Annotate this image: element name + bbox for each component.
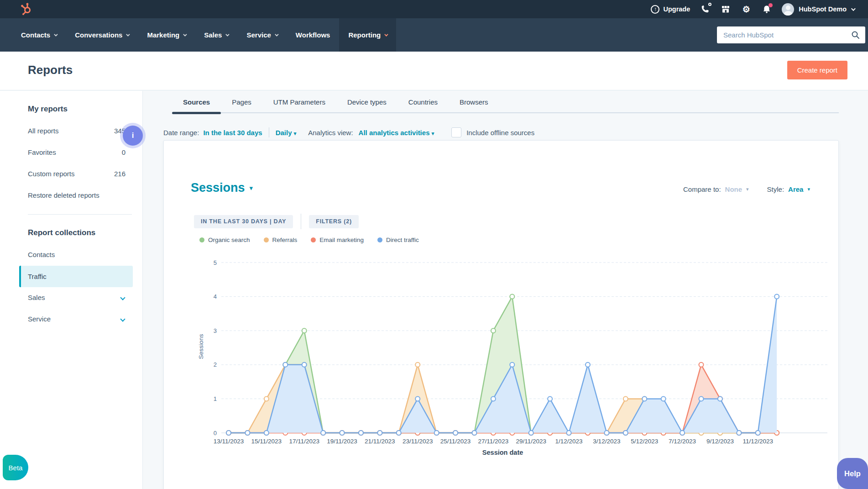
calling-status-dot [708, 3, 711, 6]
nav-item-marketing[interactable]: Marketing [138, 18, 195, 52]
marketplace-icon[interactable] [720, 4, 731, 15]
svg-text:2: 2 [214, 361, 217, 368]
svg-text:7/12/2023: 7/12/2023 [669, 438, 696, 445]
nav-label: Reporting [348, 31, 381, 39]
tab-label: Browsers [460, 98, 488, 106]
sidebar-item-label: Contacts [28, 251, 55, 258]
report-title-dropdown[interactable]: Sessions [191, 181, 245, 195]
include-offline-sources-checkbox[interactable] [451, 127, 461, 137]
legend-item-email-marketing[interactable]: Email marketing [311, 237, 364, 243]
sidebar-item-favorites[interactable]: Favorites 0 [0, 142, 142, 163]
legend-label: Email marketing [319, 237, 364, 243]
sidebar-item-label: Restore deleted reports [28, 191, 99, 199]
create-report-button[interactable]: Create report [787, 61, 847, 79]
svg-text:3: 3 [214, 327, 217, 334]
chart-options-row: Compare to: None ▾ Style: Area ▾ [683, 185, 810, 193]
frequency-dropdown[interactable]: Daily ▾ [276, 129, 297, 137]
favorites-count: 0 [122, 148, 125, 156]
svg-text:0: 0 [214, 430, 217, 436]
svg-text:27/11/2023: 27/11/2023 [478, 438, 509, 445]
caret-down-icon: ▾ [294, 131, 297, 136]
svg-text:1: 1 [214, 395, 217, 402]
report-filter-badges: IN THE LAST 30 DAYS | DAY FILTERS (2) [194, 214, 359, 229]
tab-sources[interactable]: Sources [172, 91, 221, 113]
caret-down-icon: ▾ [432, 131, 434, 136]
date-range-pill[interactable]: IN THE LAST 30 DAYS | DAY [194, 215, 293, 228]
legend-item-direct-traffic[interactable]: Direct traffic [377, 237, 419, 243]
sidebar-item-label: Sales [28, 294, 45, 301]
sidebar-item-collection-traffic[interactable]: Traffic [19, 266, 133, 287]
svg-text:21/11/2023: 21/11/2023 [365, 438, 395, 445]
compare-to-dropdown[interactable]: None [725, 185, 743, 193]
nav-item-workflows[interactable]: Workflows [287, 18, 340, 52]
nav-label: Workflows [296, 31, 330, 39]
date-range-value[interactable]: In the last 30 days [203, 129, 262, 137]
svg-text:15/11/2023: 15/11/2023 [251, 438, 282, 445]
sidebar-item-label: Service [28, 315, 51, 323]
tab-device-types[interactable]: Device types [336, 91, 397, 113]
sidebar-item-custom-reports[interactable]: Custom reports 216 [0, 163, 142, 184]
tab-countries[interactable]: Countries [397, 91, 449, 113]
chart-legend: Organic search Referrals Email marketing… [199, 237, 419, 243]
filters-pill[interactable]: FILTERS (2) [309, 215, 359, 228]
tab-label: Device types [347, 98, 387, 106]
date-range-label: Date range: [163, 129, 199, 137]
sidebar-item-collection-contacts[interactable]: Contacts [0, 244, 142, 265]
sidebar-divider [28, 214, 132, 215]
chevron-down-icon [275, 32, 278, 36]
tab-utm-parameters[interactable]: UTM Parameters [262, 91, 336, 113]
svg-text:5: 5 [214, 259, 217, 266]
nav-label: Sales [204, 31, 222, 39]
svg-text:1/12/2023: 1/12/2023 [555, 438, 583, 445]
analytics-view-dropdown[interactable]: All analytics activities ▾ [359, 129, 434, 137]
tab-browsers[interactable]: Browsers [449, 91, 499, 113]
sidebar-item-collection-sales[interactable]: Sales [0, 287, 142, 308]
info-badge[interactable]: i [123, 126, 143, 146]
chevron-down-icon [54, 32, 58, 36]
chevron-down-icon [120, 316, 125, 321]
search-input[interactable] [717, 31, 851, 39]
help-button[interactable]: Help [837, 458, 868, 489]
tab-pages[interactable]: Pages [221, 91, 262, 113]
legend-label: Organic search [208, 237, 250, 243]
pill-divider [301, 214, 301, 229]
reports-sidebar: My reports All reports 345 Favorites 0 C… [0, 91, 143, 489]
sidebar-item-restore-deleted-reports[interactable]: Restore deleted reports [0, 184, 142, 206]
notifications-icon[interactable] [761, 4, 772, 15]
svg-text:4: 4 [214, 293, 217, 300]
filter-row: Date range: In the last 30 days Daily ▾ … [163, 123, 534, 142]
calling-icon[interactable] [700, 4, 711, 15]
filter-divider [269, 127, 269, 137]
style-dropdown[interactable]: Area [788, 185, 803, 193]
sidebar-item-label: All reports [28, 127, 59, 135]
nav-item-reporting[interactable]: Reporting [339, 18, 396, 52]
analytics-view-value: All analytics activities [359, 129, 430, 137]
account-menu[interactable]: HubSpot Demo [782, 3, 854, 16]
legend-item-organic-search[interactable]: Organic search [199, 237, 250, 243]
svg-text:5/12/2023: 5/12/2023 [631, 438, 658, 445]
sidebar-item-label: Favorites [28, 148, 56, 156]
sidebar-item-all-reports[interactable]: All reports 345 [0, 120, 142, 142]
beta-badge[interactable]: Beta [3, 455, 28, 480]
caret-down-icon: ▾ [250, 184, 253, 191]
search-icon[interactable] [851, 31, 860, 39]
svg-text:13/11/2023: 13/11/2023 [214, 438, 244, 445]
style-label: Style: [767, 185, 784, 193]
upgrade-button[interactable]: ↑ Upgrade [651, 5, 690, 14]
nav-item-service[interactable]: Service [237, 18, 286, 52]
upgrade-icon: ↑ [651, 5, 659, 14]
chevron-down-icon [183, 32, 187, 36]
settings-icon[interactable]: ⚙ [741, 4, 752, 15]
hubspot-logo-icon[interactable] [20, 2, 34, 16]
nav-item-conversations[interactable]: Conversations [66, 18, 138, 52]
nav-item-sales[interactable]: Sales [195, 18, 237, 52]
sidebar-item-collection-service[interactable]: Service [0, 308, 142, 330]
nav-item-contacts[interactable]: Contacts [12, 18, 66, 52]
global-search [717, 26, 865, 43]
svg-text:29/11/2023: 29/11/2023 [516, 438, 546, 445]
my-reports-heading: My reports [28, 105, 142, 114]
compare-to-label: Compare to: [683, 185, 721, 193]
legend-dot [264, 237, 269, 242]
legend-item-referrals[interactable]: Referrals [264, 237, 298, 243]
tab-label: Pages [232, 98, 251, 106]
